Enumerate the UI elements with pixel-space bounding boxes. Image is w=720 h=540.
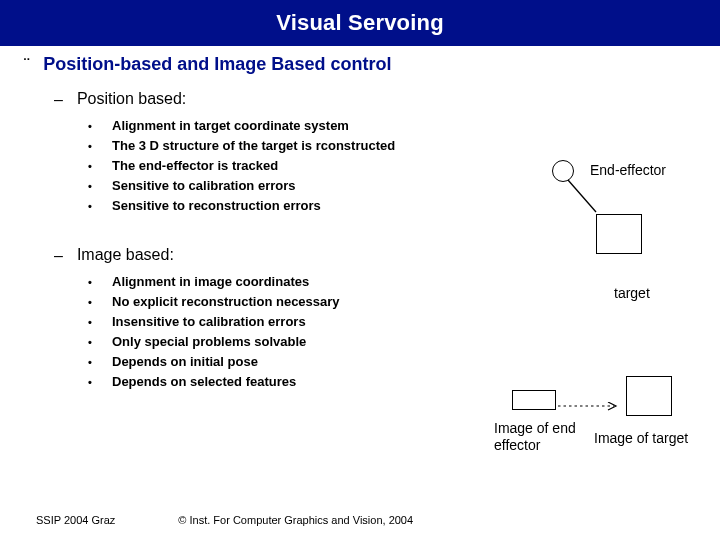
- dot-bullet-icon: •: [88, 176, 94, 196]
- list-item-text: Depends on initial pose: [112, 352, 258, 372]
- main-heading: Position-based and Image Based control: [43, 54, 391, 75]
- footer: SSIP 2004 Graz © Inst. For Computer Grap…: [36, 514, 696, 526]
- image-end-effector-label: Image of end effector: [494, 420, 576, 454]
- target-box: [596, 214, 642, 254]
- list-item: •Alignment in target coordinate system: [88, 116, 696, 136]
- list-item-text: Depends on selected features: [112, 372, 296, 392]
- end-effector-label: End-effector: [590, 162, 666, 178]
- dot-bullet-icon: •: [88, 116, 94, 136]
- diamond-bullet-icon: ¨: [24, 54, 29, 76]
- list-item: •Depends on selected features: [88, 372, 696, 392]
- dot-bullet-icon: •: [88, 372, 94, 392]
- title-bar: Visual Servoing: [0, 0, 720, 46]
- list-item-text: The end-effector is tracked: [112, 156, 278, 176]
- list-item: •No explicit reconstruction necessary: [88, 292, 696, 312]
- list-item-text: No explicit reconstruction necessary: [112, 292, 340, 312]
- list-item: •Insensitive to calibration errors: [88, 312, 696, 332]
- slide-title: Visual Servoing: [276, 10, 444, 35]
- list-item-text: Insensitive to calibration errors: [112, 312, 306, 332]
- list-item-text: Alignment in target coordinate system: [112, 116, 349, 136]
- dot-bullet-icon: •: [88, 156, 94, 176]
- subheading-text: Position based:: [77, 90, 186, 108]
- image-based-list: • Alignment in image coordinates •No exp…: [88, 272, 696, 392]
- subheading-position-based: – Position based:: [54, 90, 696, 110]
- list-item-text: Sensitive to reconstruction errors: [112, 196, 321, 216]
- target-label: target: [614, 285, 650, 301]
- svg-line-0: [568, 180, 596, 212]
- list-item-text: The 3 D structure of the target is rcons…: [112, 136, 395, 156]
- diagonal-line: [568, 180, 604, 216]
- main-heading-row: ¨ Position-based and Image Based control: [24, 54, 696, 76]
- dot-bullet-icon: •: [88, 332, 94, 352]
- dot-bullet-icon: •: [88, 292, 94, 312]
- image-target-box: [626, 376, 672, 416]
- list-item: •The 3 D structure of the target is rcon…: [88, 136, 696, 156]
- footer-center: © Inst. For Computer Graphics and Vision…: [178, 514, 413, 526]
- dot-bullet-icon: •: [88, 196, 94, 216]
- list-item-text: Alignment in image coordinates: [112, 272, 309, 292]
- subheading-text: Image based:: [77, 246, 174, 264]
- image-target-label: Image of target: [594, 430, 688, 446]
- list-item-text: Only special problems solvable: [112, 332, 306, 352]
- dot-bullet-icon: •: [88, 272, 94, 292]
- dot-bullet-icon: •: [88, 352, 94, 372]
- list-item: •Only special problems solvable: [88, 332, 696, 352]
- dotted-arrow-icon: [558, 398, 628, 416]
- image-end-effector-box: [512, 390, 556, 410]
- end-effector-circle: [552, 160, 574, 182]
- slide: Visual Servoing ¨ Position-based and Ima…: [0, 0, 720, 540]
- list-item-text: Sensitive to calibration errors: [112, 176, 296, 196]
- dash-bullet-icon: –: [54, 90, 63, 110]
- dot-bullet-icon: •: [88, 136, 94, 156]
- dot-bullet-icon: •: [88, 312, 94, 332]
- footer-left: SSIP 2004 Graz: [36, 514, 115, 526]
- dash-bullet-icon: –: [54, 246, 63, 266]
- list-item: •Depends on initial pose: [88, 352, 696, 372]
- list-item: • Alignment in image coordinates: [88, 272, 696, 292]
